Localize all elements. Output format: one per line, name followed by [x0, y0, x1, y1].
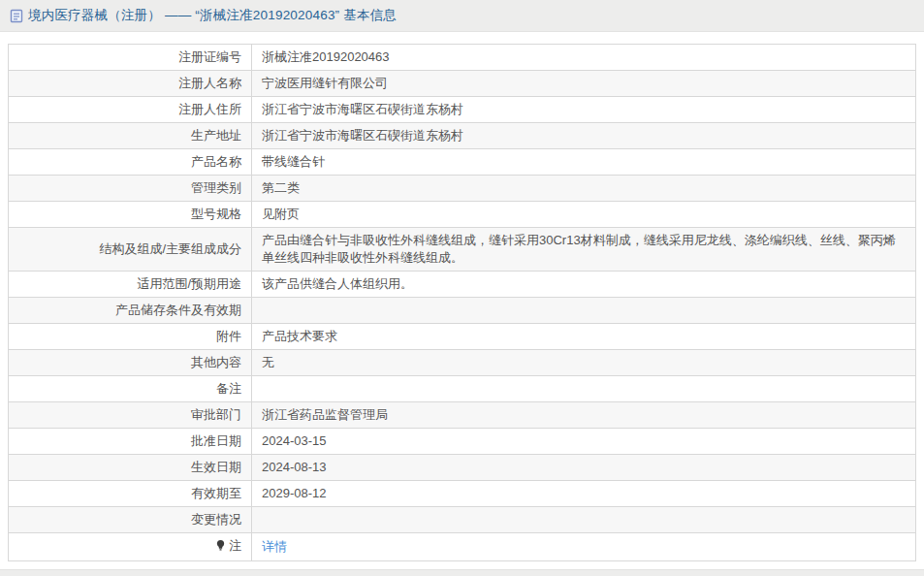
document-icon	[10, 9, 23, 23]
row-label: 产品储存条件及有效期	[9, 298, 252, 324]
row-value	[252, 298, 916, 324]
footer-strip	[0, 569, 924, 576]
table-row: 批准日期2024-03-15	[9, 429, 916, 455]
table-row: 注详情	[9, 533, 916, 561]
table-row: 附件产品技术要求	[9, 324, 916, 350]
row-label: 注	[9, 533, 252, 561]
row-label: 审批部门	[9, 402, 252, 429]
table-row: 变更情况	[9, 507, 916, 533]
row-label: 附件	[9, 324, 252, 350]
table-row: 结构及组成/主要组成成分产品由缝合针与非吸收性外科缝线组成，缝针采用30Cr13…	[9, 228, 916, 272]
row-label: 生产地址	[9, 123, 252, 149]
row-label: 注册证编号	[9, 45, 252, 71]
table-row: 产品储存条件及有效期	[9, 298, 916, 324]
details-link[interactable]: 详情	[262, 539, 287, 554]
row-value: 详情	[252, 533, 916, 561]
row-value: 产品技术要求	[252, 324, 916, 350]
table-row: 注册人名称宁波医用缝针有限公司	[9, 71, 916, 97]
row-label: 管理类别	[9, 176, 252, 202]
table-row: 管理类别第二类	[9, 176, 916, 202]
row-label: 产品名称	[9, 149, 252, 176]
row-value: 浙江省宁波市海曙区石碶街道东杨村	[252, 123, 916, 149]
info-table: 注册证编号浙械注准20192020463注册人名称宁波医用缝针有限公司注册人住所…	[8, 44, 916, 561]
page-title: 境内医疗器械（注册） —— “浙械注准20192020463” 基本信息	[28, 7, 397, 24]
row-value: 见附页	[252, 202, 916, 228]
row-label: 有效期至	[9, 481, 252, 507]
page-header: 境内医疗器械（注册） —— “浙械注准20192020463” 基本信息	[0, 0, 924, 32]
row-value: 该产品供缝合人体组织用。	[252, 272, 916, 298]
table-row: 适用范围/预期用途该产品供缝合人体组织用。	[9, 272, 916, 298]
table-row: 有效期至2029-08-12	[9, 481, 916, 507]
table-row: 型号规格见附页	[9, 202, 916, 228]
row-label: 变更情况	[9, 507, 252, 533]
row-label: 结构及组成/主要组成成分	[9, 228, 252, 272]
row-value: 2024-03-15	[252, 429, 916, 455]
row-value: 2024-08-13	[252, 455, 916, 481]
row-value: 浙江省药品监督管理局	[252, 402, 916, 429]
row-label: 备注	[9, 376, 252, 402]
row-value: 宁波医用缝针有限公司	[252, 71, 916, 97]
row-value: 带线缝合针	[252, 149, 916, 176]
row-label: 其他内容	[9, 350, 252, 376]
row-value: 产品由缝合针与非吸收性外科缝线组成，缝针采用30Cr13材料制成，缝线采用尼龙线…	[252, 228, 916, 272]
row-value: 2029-08-12	[252, 481, 916, 507]
row-value: 浙械注准20192020463	[252, 45, 916, 71]
table-row: 备注	[9, 376, 916, 402]
table-row: 生产地址浙江省宁波市海曙区石碶街道东杨村	[9, 123, 916, 149]
row-value	[252, 376, 916, 402]
table-row: 注册证编号浙械注准20192020463	[9, 45, 916, 71]
row-label: 适用范围/预期用途	[9, 272, 252, 298]
row-label: 注册人住所	[9, 97, 252, 123]
row-value: 第二类	[252, 176, 916, 202]
table-row: 审批部门浙江省药品监督管理局	[9, 402, 916, 429]
row-value: 无	[252, 350, 916, 376]
table-row: 生效日期2024-08-13	[9, 455, 916, 481]
row-label: 生效日期	[9, 455, 252, 481]
table-row: 注册人住所浙江省宁波市海曙区石碶街道东杨村	[9, 97, 916, 123]
bulb-icon	[215, 539, 226, 557]
row-value	[252, 507, 916, 533]
row-label: 型号规格	[9, 202, 252, 228]
table-row: 产品名称带线缝合针	[9, 149, 916, 176]
row-value: 浙江省宁波市海曙区石碶街道东杨村	[252, 97, 916, 123]
row-label: 注册人名称	[9, 71, 252, 97]
table-row: 其他内容无	[9, 350, 916, 376]
row-label: 批准日期	[9, 429, 252, 455]
